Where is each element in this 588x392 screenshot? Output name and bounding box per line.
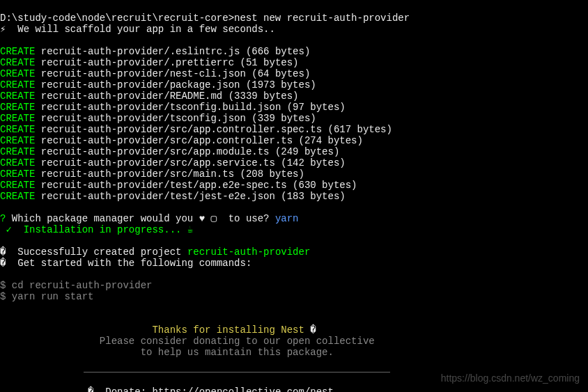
create-label: CREATE <box>0 46 35 57</box>
create-size: (666 bytes) <box>246 46 310 57</box>
cmd2-prompt: $ <box>0 291 12 302</box>
cmd2: yarn run start <box>12 291 94 302</box>
create-file: recruit-auth-provider/test/app.e2e-spec.… <box>41 180 287 191</box>
create-label: CREATE <box>0 68 35 79</box>
create-file: recruit-auth-provider/src/app.module.ts <box>41 146 270 157</box>
thanks-title: Thanks for installing Nest <box>152 324 310 336</box>
create-file: recruit-auth-provider/.eslintrc.js <box>41 46 240 57</box>
create-file: recruit-auth-provider/README.md <box>41 91 222 102</box>
create-size: (51 bytes) <box>240 57 298 68</box>
create-label: CREATE <box>0 124 35 135</box>
success-prefix: Successfully created project <box>6 246 187 258</box>
cmd1: cd recruit-auth-provider <box>12 280 153 291</box>
prompt-command: nest new recruit-auth-provider <box>234 13 410 24</box>
divider <box>84 372 390 373</box>
create-label: CREATE <box>0 180 35 191</box>
getstarted-text: Get started with the following commands: <box>6 258 252 269</box>
create-label: CREATE <box>0 157 35 168</box>
create-file: recruit-auth-provider/package.json <box>41 79 240 91</box>
create-label: CREATE <box>0 91 35 102</box>
create-file: recruit-auth-provider/src/app.service.ts <box>41 157 275 168</box>
create-label: CREATE <box>0 146 35 157</box>
thanks-line2: to help us maintain this package. <box>141 347 334 358</box>
terminal-output: D:\study-code\node\recruit\recruit-core>… <box>0 0 588 392</box>
watermark: https://blog.csdn.net/wz_coming <box>441 373 580 384</box>
create-size: (617 bytes) <box>328 124 392 135</box>
question-mark: ? <box>0 213 6 224</box>
create-size: (274 bytes) <box>299 135 363 146</box>
create-size: (3339 bytes) <box>229 91 299 102</box>
create-size: (183 bytes) <box>281 191 345 202</box>
scaffold-msg: ⚡ We will scaffold your app in a few sec… <box>0 24 275 35</box>
create-file: recruit-auth-provider/.prettierrc <box>41 57 234 68</box>
create-file: recruit-auth-provider/test/jest-e2e.json <box>41 191 275 202</box>
create-size: (64 bytes) <box>252 68 310 79</box>
thanks-line1: Please consider donating to our open col… <box>100 336 375 347</box>
success-project: recruit-auth-provider <box>187 246 310 258</box>
create-label: CREATE <box>0 57 35 68</box>
cmd1-prompt: $ <box>0 280 12 291</box>
install-progress: ✓ Installation in progress... ☕ <box>0 224 193 235</box>
create-label: CREATE <box>0 79 35 91</box>
create-file: recruit-auth-provider/src/app.controller… <box>41 124 322 135</box>
create-size: (1973 bytes) <box>246 79 316 91</box>
create-size: (249 bytes) <box>275 146 339 157</box>
create-label: CREATE <box>0 113 35 124</box>
create-label: CREATE <box>0 168 35 180</box>
question-answer: yarn <box>275 213 299 224</box>
create-size: (630 bytes) <box>293 180 357 191</box>
donate-label: Donate: <box>93 386 152 392</box>
thanks-emoji: � <box>310 324 316 336</box>
create-size: (339 bytes) <box>252 113 316 124</box>
create-file: recruit-auth-provider/src/app.controller… <box>41 135 293 146</box>
create-label: CREATE <box>0 191 35 202</box>
create-file: recruit-auth-provider/nest-cli.json <box>41 68 246 79</box>
prompt-path: D:\study-code\node\recruit\recruit-core> <box>0 13 234 24</box>
create-label: CREATE <box>0 102 35 113</box>
create-file: recruit-auth-provider/src/main.ts <box>41 168 234 180</box>
create-file: recruit-auth-provider/tsconfig.json <box>41 113 246 124</box>
create-size: (142 bytes) <box>281 157 345 168</box>
donate-url[interactable]: https://opencollective.com/nest <box>152 386 333 392</box>
create-file: recruit-auth-provider/tsconfig.build.jso… <box>41 102 281 113</box>
create-size: (97 bytes) <box>287 102 346 113</box>
create-label: CREATE <box>0 135 35 146</box>
question-text: Which package manager would you ♥ ▢ to u… <box>12 213 270 224</box>
create-size: (208 bytes) <box>240 168 304 180</box>
